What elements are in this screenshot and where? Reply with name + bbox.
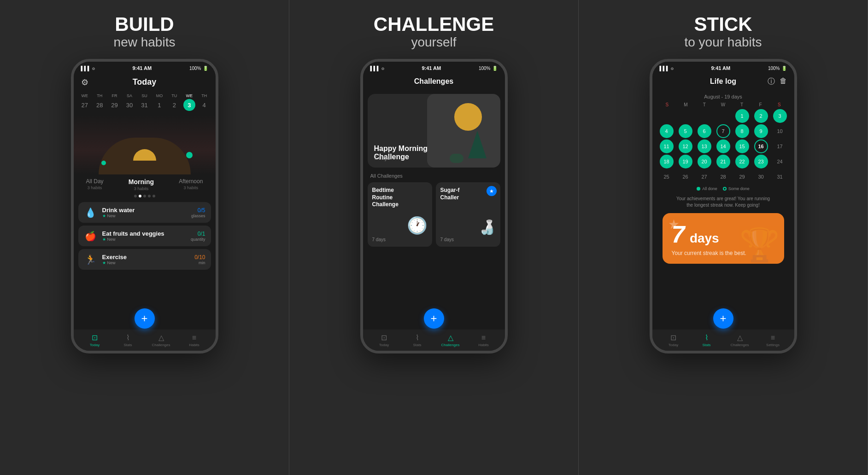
habit-fruits-unit: quantity (191, 237, 205, 242)
cal-cell-13: 13 (698, 139, 711, 153)
legend-some-done: Some done (723, 186, 750, 191)
challenge-bedtime[interactable]: BedtimeRoutineChallenge 🕐 7 days (368, 182, 432, 247)
cal-cell-20: 20 (698, 155, 711, 168)
header-s2: S (770, 102, 789, 107)
gear-icon[interactable]: ⚙ (81, 77, 88, 87)
nav-settings[interactable]: ≡ Settings (757, 334, 790, 347)
nav-stats[interactable]: ⌇ Stats (111, 333, 145, 347)
cal-cell- (660, 109, 674, 123)
signal-icon-2: ▌▌▌ (370, 66, 380, 71)
panel-build-title: BUILD (115, 14, 174, 35)
info-icon[interactable]: ⓘ (768, 77, 775, 87)
habit-fruits-progress: 0/1 quantity (191, 231, 205, 242)
nav-stats-2[interactable]: ⌇ Stats (401, 333, 434, 347)
challenge-card-morning[interactable]: Happy MorningChallenge 7 days (368, 94, 500, 168)
wifi-icon: ⌾ (92, 66, 95, 71)
signal-icon-3: ▌▌▌ (660, 66, 669, 71)
cal-day-8[interactable]: TH 4 (198, 93, 210, 111)
header-m: M (676, 102, 695, 107)
fab-button-3[interactable]: + (713, 308, 733, 329)
habit-list: 💧 Drink water ★New 0/5 glasses 🍎 Eat fru… (74, 199, 216, 272)
scene-dot-1 (101, 161, 106, 165)
challenge-cards-row: BedtimeRoutineChallenge 🕐 7 days ★ Sugar… (368, 182, 500, 247)
wifi-icon-2: ⌾ (381, 66, 384, 71)
cal-day-1[interactable]: TH 28 (94, 93, 106, 111)
habit-fruits[interactable]: 🍎 Eat fruits and veggies ★New 0/1 quanti… (78, 226, 211, 246)
tab-allday[interactable]: All Day 3 habits (86, 178, 104, 191)
bottom-nav-build: ⊡ Today ⌇ Stats △ Challenges ≡ Habits (74, 330, 216, 351)
nav-challenges[interactable]: △ Challenges (145, 333, 178, 347)
all-challenges-label: All Challenges (363, 171, 505, 180)
habit-drink-water[interactable]: 💧 Drink water ★New 0/5 glasses (78, 202, 211, 223)
fruits-icon: 🍎 (84, 231, 98, 242)
cal-cell-21: 21 (716, 155, 730, 168)
cal-cell-24: 24 (773, 155, 787, 168)
panel-challenge: CHALLENGE yourself ▌▌▌ ⌾ 9:41 AM 100% 🔋 … (289, 0, 579, 475)
nav-today[interactable]: ⊡ Today (78, 333, 111, 347)
panel-challenge-subtitle: yourself (411, 35, 456, 50)
habit-fruits-info: Eat fruits and veggies ★New (102, 230, 186, 242)
bottom-nav-stick: ⊡ Today ⌇ Stats △ Challenges ≡ Settings (652, 330, 794, 351)
nav-today-3[interactable]: ⊡ Today (657, 333, 690, 347)
habit-exercise-unit: min (194, 261, 205, 265)
tab-dot-4 (148, 195, 151, 197)
tab-morning[interactable]: Morning 3 habits (129, 178, 154, 191)
nav-habits[interactable]: ≡ Habits (178, 334, 211, 347)
cal-cell-9: 9 (754, 124, 768, 138)
habit-fruits-count: 0/1 (191, 231, 205, 237)
habit-exercise[interactable]: 🏃 Exercise ★New 0/10 min (78, 249, 211, 270)
water-icon: 💧 (84, 207, 98, 218)
cal-cell-6: 6 (698, 124, 711, 138)
cal-cell-7: 7 (716, 124, 730, 138)
trophy-icon: 🏆 (739, 226, 780, 264)
cal-cell-15: 15 (735, 139, 749, 153)
cal-day-4[interactable]: SU 31 (138, 93, 150, 111)
scene-dot-2 (186, 152, 193, 158)
tab-dot-1 (134, 195, 137, 197)
cal-cell-18: 18 (660, 155, 674, 168)
battery-percent-3: 100% (768, 66, 780, 71)
cal-day-2[interactable]: FR 29 (109, 93, 121, 111)
cal-day-7-active[interactable]: WE 3 (183, 93, 195, 111)
challenge-sugar[interactable]: ★ Sugar-fChaller 🍶 7 days (436, 182, 500, 247)
cal-cell-8: 8 (735, 124, 749, 138)
trash-icon[interactable]: 🗑 (780, 77, 787, 87)
tab-dot-2 (139, 195, 141, 197)
sugar-days: 7 days (440, 237, 454, 242)
cal-cell- (716, 109, 730, 123)
cal-header-row: S M T W T F S (658, 102, 789, 107)
tab-afternoon[interactable]: Afternoon 3 habits (179, 178, 203, 191)
streak-legend: All done Some done (658, 184, 789, 194)
habit-water-unit: glasses (191, 214, 205, 218)
cal-day-3[interactable]: SA 30 (123, 93, 135, 111)
phone-challenge: ▌▌▌ ⌾ 9:41 AM 100% 🔋 Challenges Happy Mo… (360, 59, 508, 353)
tab-dot-5 (152, 195, 155, 197)
bedtime-days: 7 days (372, 237, 386, 242)
habit-exercise-name: Exercise (102, 254, 190, 261)
nav-challenges-3[interactable]: △ Challenges (723, 333, 757, 347)
nav-habits-2[interactable]: ≡ Habits (467, 334, 500, 347)
signal-icons-3: ▌▌▌ ⌾ (660, 66, 674, 71)
fab-button-2[interactable]: + (424, 308, 444, 329)
cal-cell-5: 5 (679, 124, 692, 138)
cal-cell-11: 11 (660, 139, 674, 153)
cal-cell-12: 12 (679, 139, 692, 153)
cloud-icon (450, 154, 463, 163)
battery-icon: 🔋 (203, 66, 208, 71)
fab-button[interactable]: + (135, 308, 155, 329)
today-header: ⚙ Today (74, 75, 216, 92)
cal-cell-4: 4 (660, 124, 674, 138)
nav-today-2[interactable]: ⊡ Today (368, 333, 401, 347)
nav-challenges-2[interactable]: △ Challenges (434, 333, 467, 347)
cal-day-5[interactable]: MO 1 (153, 93, 165, 111)
cal-day-6[interactable]: TU 2 (168, 93, 180, 111)
phone-stick: ▌▌▌ ⌾ 9:41 AM 100% 🔋 Life log ⓘ 🗑 August… (650, 59, 797, 353)
moon-icon (454, 103, 482, 131)
today-title: Today (133, 77, 157, 87)
habit-water-name: Drink water (102, 207, 187, 214)
battery-info-3: 100% 🔋 (768, 66, 787, 71)
cal-day-0[interactable]: WE 27 (79, 93, 91, 111)
panel-stick: STICK to your habits ▌▌▌ ⌾ 9:41 AM 100% … (579, 0, 868, 475)
bottle-icon: 🍶 (479, 219, 496, 235)
nav-stats-3[interactable]: ⌇ Stats (690, 333, 723, 347)
